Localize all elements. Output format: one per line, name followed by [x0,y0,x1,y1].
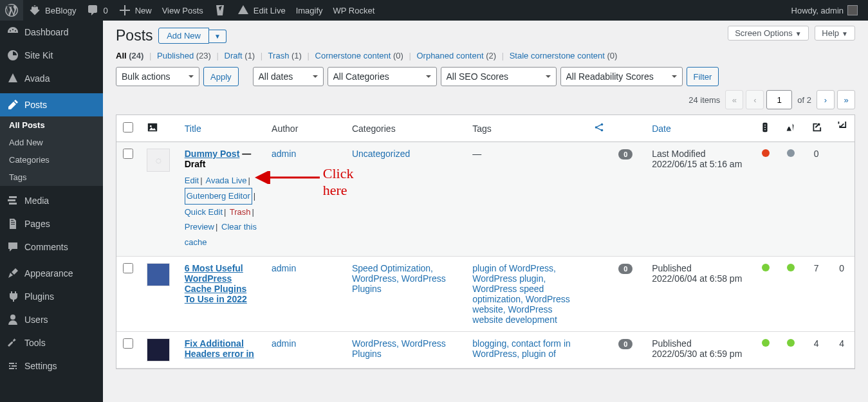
screen-options-button[interactable]: Screen Options▼ [728,26,809,41]
action-trash[interactable]: Trash [230,207,251,217]
readability-dot [787,339,795,347]
apply-button[interactable]: Apply [203,67,239,86]
admin-sidebar: Dashboard Site Kit Avada Posts All Posts… [0,21,103,376]
menu-appearance[interactable]: Appearance [0,262,103,285]
yoast-menu[interactable] [208,0,232,21]
svg-point-1 [150,125,152,127]
author-link[interactable]: admin [272,149,296,159]
filter-draft[interactable]: Draft (1) [225,51,255,60]
category-link[interactable]: Uncategorized [352,149,410,159]
row-checkbox[interactable] [123,263,133,273]
page-title: Posts [116,27,153,44]
add-new-dropdown[interactable]: ▼ [209,30,226,43]
menu-users[interactable]: Users [0,308,103,331]
post-title-link[interactable]: Dummy Post [185,149,240,159]
filter-trash[interactable]: Trash (1) [268,51,302,60]
incoming-links-icon [835,125,847,135]
menu-comments[interactable]: Comments [0,235,103,259]
post-thumbnail [147,263,170,286]
col-title[interactable]: Title [185,123,201,134]
imagify[interactable]: Imagify [291,0,328,21]
table-nav-top: Bulk actions Apply All dates All Categor… [116,67,855,109]
wp-logo[interactable] [0,0,23,21]
seo-score-icon [759,125,771,135]
action-edit[interactable]: Edit [185,176,199,185]
view-posts[interactable]: View Posts [157,0,208,21]
menu-posts[interactable]: Posts [0,93,103,116]
filter-published[interactable]: Published (23) [157,51,211,60]
post-title-link[interactable]: Fix Additional Headers error in [185,338,254,359]
admin-bar: BeBlogy 0 New View Posts Edit Live Imagi… [0,0,868,21]
submenu-categories[interactable]: Categories [0,151,103,169]
tags-cell: — [466,142,586,257]
author-link[interactable]: admin [272,338,296,349]
action-quick-edit[interactable]: Quick Edit [185,207,223,217]
action-gutenberg[interactable]: Gutenberg Editor [187,191,250,201]
submenu-add-new[interactable]: Add New [0,134,103,151]
filter-button[interactable]: Filter [687,67,719,86]
filter-stale[interactable]: Stale cornerstone content [510,51,605,60]
wp-rocket[interactable]: WP Rocket [328,0,380,21]
page-input[interactable] [766,90,792,109]
menu-dashboard[interactable]: Dashboard [0,21,103,44]
comment-count: 0 [618,264,633,274]
svg-point-3 [600,123,603,126]
seo-dot [762,339,770,347]
tag-link[interactable]: plugin of WordPress, WordPress plugin, W… [472,263,569,325]
page-next[interactable]: › [817,90,835,109]
page-last[interactable]: » [837,90,855,109]
menu-settings[interactable]: Settings [0,354,103,376]
category-filter[interactable]: All Categories [328,67,437,86]
my-account[interactable]: Howdy, admin [786,0,863,21]
col-date[interactable]: Date [652,123,671,134]
menu-plugins[interactable]: Plugins [0,285,103,308]
filter-all[interactable]: All (24) [116,51,143,60]
menu-avada[interactable]: Avada [0,67,103,90]
submenu-all-posts[interactable]: All Posts [0,116,103,134]
site-name[interactable]: BeBlogy [23,0,81,21]
post-title-link[interactable]: 6 Most Useful WordPress Cache Plugins To… [185,263,247,304]
menu-sitekit[interactable]: Site Kit [0,44,103,67]
comment-count: 0 [618,149,633,160]
pagination: 24 items « ‹ of 2 › » [686,90,855,109]
edit-live[interactable]: Edit Live [232,0,291,21]
filter-orphaned[interactable]: Orphaned content [416,51,483,60]
new-content[interactable]: New [113,0,157,21]
col-tags: Tags [466,115,586,142]
menu-pages[interactable]: Pages [0,212,103,235]
add-new-button[interactable]: Add New [158,28,209,44]
category-link[interactable]: Speed Optimization, WordPress, WordPress… [352,263,446,294]
row-checkbox[interactable] [123,338,133,349]
row-checkbox[interactable] [123,149,133,159]
seo-dot [762,264,770,271]
help-button[interactable]: Help▼ [815,26,855,41]
post-thumbnail [147,338,170,361]
submenu-tags[interactable]: Tags [0,169,103,186]
readability-dot [787,149,795,157]
readability-dot [787,264,795,271]
svg-point-6 [764,125,766,126]
seo-filter[interactable]: All SEO Scores [441,67,557,86]
action-preview[interactable]: Preview [185,222,214,232]
category-link[interactable]: WordPress, WordPress Plugins [352,338,446,359]
tag-link[interactable]: blogging, contact form in WordPress, plu… [472,338,571,359]
col-author: Author [265,115,346,142]
svg-point-4 [600,129,603,132]
author-link[interactable]: admin [272,263,296,273]
comments-link[interactable]: 0 [81,0,113,21]
col-categories: Categories [346,115,466,142]
select-all-checkbox[interactable] [123,122,133,132]
date-filter[interactable]: All dates [253,67,324,86]
bulk-actions-select[interactable]: Bulk actions [116,67,199,86]
main-content: Screen Options▼ Help▼ Posts Add New▼ Sea… [103,21,868,376]
menu-media[interactable]: Media [0,189,103,212]
row-actions: Edit| Avada Live| Gutenberg Editor| Quic… [185,173,259,250]
svg-point-7 [764,127,766,128]
submenu-posts: All Posts Add New Categories Tags [0,116,103,186]
menu-tools[interactable]: Tools [0,331,103,354]
readability-filter[interactable]: All Readability Scores [560,67,683,86]
action-avada-live[interactable]: Avada Live [205,176,246,185]
post-status-filters: All (24) | Published (23) | Draft (1) | … [116,51,855,60]
filter-cornerstone[interactable]: Cornerstone content [315,51,391,60]
readability-icon [784,125,796,135]
